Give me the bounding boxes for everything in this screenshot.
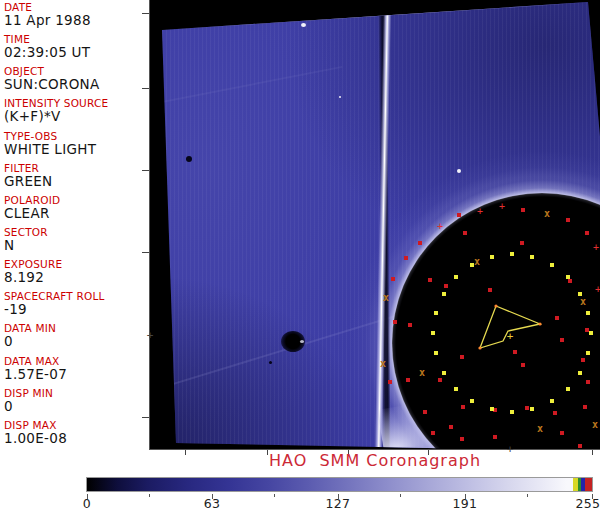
red-fiducial-dot xyxy=(404,256,408,260)
red-plus-marker: + xyxy=(595,285,600,295)
red-fiducial-dot xyxy=(463,231,467,235)
red-fiducial-dot xyxy=(525,406,529,410)
red-fiducial-dot xyxy=(513,350,517,354)
red-fiducial-dot xyxy=(583,405,587,409)
yellow-fiducial-dot xyxy=(442,371,446,375)
meta-row-intensity-source: INTENSITY SOURCE(K+F)*V xyxy=(4,98,148,130)
yellow-fiducial-dot xyxy=(586,351,590,355)
yellow-fiducial-dot xyxy=(530,407,534,411)
orange-x-marker: x xyxy=(419,368,425,378)
white-speck xyxy=(301,23,306,27)
red-fiducial-dot xyxy=(460,437,464,441)
red-fiducial-dot xyxy=(520,241,524,245)
red-fiducial-dot xyxy=(586,380,590,384)
meta-row-disp-min: DISP MIN0 xyxy=(4,388,148,420)
field-value: 8.192 xyxy=(4,270,148,285)
coronagraph-image: +++++xxxxxxxx + xyxy=(150,0,600,449)
white-speck xyxy=(339,96,341,98)
red-plus-marker: + xyxy=(593,243,599,253)
yellow-fiducial-dot xyxy=(470,399,474,403)
yellow-fiducial-dot xyxy=(530,255,534,259)
yellow-fiducial-dot xyxy=(454,275,458,279)
colorbar-tick-label: 255 xyxy=(576,496,600,511)
colorbar-tick-label: 63 xyxy=(204,496,221,511)
field-label: DISP MIN xyxy=(4,388,148,399)
colorbar-minor-tick xyxy=(400,494,401,497)
colorbar-minor-tick xyxy=(274,494,275,497)
red-fiducial-dot xyxy=(553,411,557,415)
field-value: 0 xyxy=(4,399,148,414)
red-fiducial-dot xyxy=(568,279,572,283)
plot-title: HAO SMM Coronagraph xyxy=(150,451,600,470)
left-axis-tick xyxy=(142,170,149,171)
meta-row-object: OBJECTSUN:CORONA xyxy=(4,66,148,98)
yellow-fiducial-dot xyxy=(566,387,570,391)
yellow-fiducial-dot xyxy=(442,292,446,296)
yellow-fiducial-dot xyxy=(566,275,570,279)
yellow-fiducial-dot xyxy=(431,331,435,335)
left-axis xyxy=(149,0,150,450)
yellow-fiducial-dot xyxy=(434,351,438,355)
pylon-top-saturation xyxy=(367,0,395,13)
red-fiducial-dot xyxy=(406,378,410,382)
red-fiducial-dot xyxy=(408,323,412,327)
field-label: TYPE-OBS xyxy=(4,131,148,142)
yellow-fiducial-dot xyxy=(550,263,554,267)
left-axis-tick xyxy=(142,88,149,89)
meta-row-date: DATE11 Apr 1988 xyxy=(4,2,148,34)
yellow-fiducial-dot xyxy=(434,311,438,315)
red-fiducial-dot xyxy=(393,320,397,324)
field-value: WHITE LIGHT xyxy=(4,142,148,157)
field-value: GREEN xyxy=(4,174,148,189)
meta-row-sector: SECTORN xyxy=(4,227,148,259)
red-fiducial-dot xyxy=(521,208,525,212)
red-fiducial-dot xyxy=(560,338,564,342)
field-value: 0 xyxy=(4,334,148,349)
meta-row-spacecraft-roll: SPACECRAFT ROLL-19 xyxy=(4,291,148,323)
red-fiducial-dot xyxy=(581,358,585,362)
red-plus-marker: + xyxy=(477,207,483,217)
yellow-fiducial-dot xyxy=(550,399,554,403)
dark-speck xyxy=(186,156,192,162)
meta-row-exposure: EXPOSURE8.192 xyxy=(4,259,148,291)
red-fiducial-dot xyxy=(578,444,582,448)
orange-x-marker: x xyxy=(383,293,389,303)
red-fiducial-dot xyxy=(423,410,427,414)
meta-row-disp-max: DISP MAX1.00E-08 xyxy=(4,420,148,452)
dust-blemish xyxy=(281,331,305,352)
yellow-fiducial-dot xyxy=(589,331,593,335)
left-axis-tick xyxy=(142,417,149,418)
red-fiducial-dot xyxy=(418,241,422,245)
colorbar-tick-label: 127 xyxy=(326,496,351,511)
orange-x-marker: x xyxy=(380,359,386,369)
red-plus-marker: + xyxy=(499,202,505,212)
field-value: 11 Apr 1988 xyxy=(4,13,148,28)
red-fiducial-dot xyxy=(449,425,453,429)
orange-x-marker: x xyxy=(592,420,598,430)
meta-row-type-obs: TYPE-OBSWHITE LIGHT xyxy=(4,131,148,163)
orange-x-marker: x xyxy=(544,209,550,219)
yellow-fiducial-dot xyxy=(490,407,494,411)
red-fiducial-dot xyxy=(521,363,525,367)
red-fiducial-dot xyxy=(388,380,392,384)
field-value: -19 xyxy=(4,302,148,317)
red-fiducial-dot xyxy=(457,213,461,217)
field-label: DATA MIN xyxy=(4,323,148,334)
orange-x-marker: x xyxy=(580,297,586,307)
yellow-fiducial-dot xyxy=(578,371,582,375)
field-label: SECTOR xyxy=(4,227,148,238)
white-speck xyxy=(457,169,461,173)
yellow-fiducial-dot xyxy=(490,255,494,259)
red-fiducial-dot xyxy=(428,278,432,282)
red-fiducial-dot xyxy=(493,435,497,439)
orange-x-marker: x xyxy=(474,257,480,267)
meta-row-time: TIME02:39:05 UT xyxy=(4,34,148,66)
left-axis-tick xyxy=(142,13,149,14)
left-axis-sun-marker: + xyxy=(147,330,154,341)
field-value: CLEAR xyxy=(4,206,148,221)
dust-blemish-highlight xyxy=(300,340,304,343)
red-plus-marker: + xyxy=(437,222,443,232)
red-fiducial-dot xyxy=(438,378,442,382)
yellow-fiducial-dot xyxy=(510,410,514,414)
orange-x-marker: x xyxy=(537,424,543,434)
